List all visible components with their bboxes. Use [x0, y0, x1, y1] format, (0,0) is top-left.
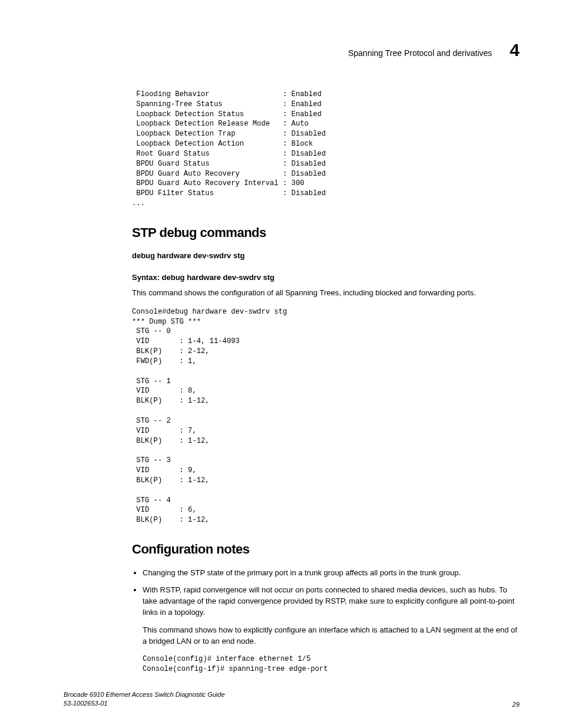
stp-debug-heading: STP debug commands — [132, 225, 520, 241]
stp-debug-desc: This command shows the configuration of … — [132, 288, 520, 299]
footer-docid: 53-1002653-01 — [64, 700, 108, 707]
page-footer: Brocade 6910 Ethernet Access Switch Diag… — [64, 690, 520, 708]
page-header: Spanning Tree Protocol and derivatives 4 — [64, 40, 520, 60]
config-notes-list: Changing the STP state of the primary po… — [132, 568, 520, 674]
config-code: Console(config)# interface ethernet 1/5 … — [143, 654, 520, 674]
syntax-line: Syntax: debug hardware dev-swdrv stg — [132, 273, 520, 282]
status-output: Flooding Behavior : Enabled Spanning-Tre… — [132, 90, 520, 209]
bullet-text: Changing the STP state of the primary po… — [143, 568, 461, 577]
config-notes-heading: Configuration notes — [132, 542, 520, 557]
stp-debug-output: Console#debug hardware dev-swdrv stg ***… — [132, 307, 520, 525]
bullet-text: With RSTP, rapid convergence will not oc… — [143, 585, 514, 617]
list-item: Changing the STP state of the primary po… — [143, 568, 520, 579]
bullet-sub-text: This command shows how to explicitly con… — [143, 625, 520, 647]
page-content: Flooding Behavior : Enabled Spanning-Tre… — [132, 90, 520, 674]
stp-debug-subhead: debug hardware dev-swdrv stg — [132, 251, 520, 260]
footer-title: Brocade 6910 Ethernet Access Switch Diag… — [64, 691, 225, 698]
chapter-number: 4 — [510, 40, 520, 60]
page-number: 29 — [513, 701, 520, 708]
list-item: With RSTP, rapid convergence will not oc… — [143, 585, 520, 674]
footer-left: Brocade 6910 Ethernet Access Switch Diag… — [64, 690, 225, 708]
header-title: Spanning Tree Protocol and derivatives — [348, 48, 492, 58]
